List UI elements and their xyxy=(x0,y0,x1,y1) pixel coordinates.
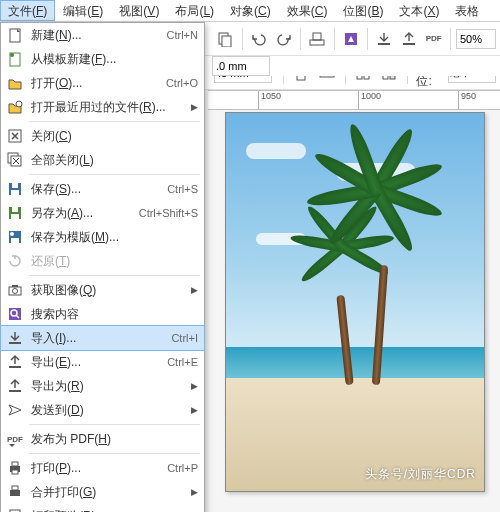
svg-point-28 xyxy=(10,232,14,236)
export-for-icon xyxy=(5,377,25,395)
dimension-2-input[interactable] xyxy=(212,56,270,76)
menu-item-label: 打开(O)... xyxy=(31,75,158,92)
new-tpl-icon xyxy=(5,50,25,68)
recent-icon xyxy=(5,98,25,116)
svg-rect-3 xyxy=(313,33,321,40)
svg-rect-39 xyxy=(12,462,18,466)
canvas-image[interactable]: 头条号/刘丽华CDR xyxy=(225,112,485,492)
menu-item-label: 关闭(C) xyxy=(31,128,198,145)
svg-rect-31 xyxy=(12,285,18,287)
menu-item-label: 打开最近用过的文件(R)... xyxy=(31,99,198,116)
svg-rect-21 xyxy=(12,183,18,188)
menu-item-label: 从模板新建(F)... xyxy=(31,51,198,68)
svg-rect-42 xyxy=(12,486,18,490)
copy-icon[interactable] xyxy=(214,26,237,52)
menu-item-print-merge[interactable]: 合并打印(G)▶ xyxy=(1,480,204,504)
menu-item-label: 还原(T) xyxy=(31,253,198,270)
menu-item-label: 发布为 PDF(H) xyxy=(31,431,198,448)
svg-rect-40 xyxy=(12,470,18,474)
menu-item-export-for[interactable]: 导出为(R)▶ xyxy=(1,374,204,398)
menu-视图[interactable]: 视图(V) xyxy=(111,0,167,21)
print-icon xyxy=(5,459,25,477)
svg-rect-24 xyxy=(12,207,18,212)
menu-item-new-tpl[interactable]: 从模板新建(F)... xyxy=(1,47,204,71)
search-tool-icon[interactable] xyxy=(306,26,329,52)
menu-item-export[interactable]: 导出(E)...Ctrl+E xyxy=(1,350,204,374)
menu-表格[interactable]: 表格 xyxy=(447,0,487,21)
menu-item-label: 获取图像(Q) xyxy=(31,282,198,299)
pdf-icon: PDF xyxy=(5,430,25,448)
search-icon xyxy=(5,305,25,323)
save-icon xyxy=(5,180,25,198)
menu-item-save[interactable]: 保存(S)...Ctrl+S xyxy=(1,177,204,201)
menu-item-label: 另存为(A)... xyxy=(31,205,131,222)
menu-item-accel: Ctrl+E xyxy=(167,356,198,368)
menu-文件[interactable]: 文件(F) xyxy=(0,0,55,21)
menu-item-import[interactable]: 导入(I)...Ctrl+I xyxy=(1,326,204,350)
menu-item-accel: Ctrl+S xyxy=(167,183,198,195)
send-to-icon xyxy=(5,401,25,419)
menu-item-accel: Ctrl+O xyxy=(166,77,198,89)
menu-item-close[interactable]: 关闭(C) xyxy=(1,124,204,148)
save-tpl-icon xyxy=(5,228,25,246)
menu-item-accel: Ctrl+N xyxy=(167,29,198,41)
svg-rect-2 xyxy=(310,40,324,45)
menu-item-label: 新建(N)... xyxy=(31,27,159,44)
menu-item-print[interactable]: 打印(P)...Ctrl+P xyxy=(1,456,204,480)
svg-rect-35 xyxy=(9,366,21,368)
file-menu-dropdown: 新建(N)...Ctrl+N从模板新建(F)...打开(O)...Ctrl+O打… xyxy=(0,22,205,512)
menu-item-pdf[interactable]: PDF发布为 PDF(H) xyxy=(1,427,204,451)
menu-布局[interactable]: 布局(L) xyxy=(167,0,222,21)
undo-icon[interactable] xyxy=(248,26,271,52)
submenu-arrow-icon: ▶ xyxy=(191,285,198,295)
svg-rect-6 xyxy=(403,43,415,45)
menu-对象[interactable]: 对象(C) xyxy=(222,0,279,21)
svg-point-30 xyxy=(13,289,18,294)
menu-item-search[interactable]: 搜索内容 xyxy=(1,302,204,326)
save-as-icon xyxy=(5,204,25,222)
open-icon xyxy=(5,74,25,92)
menu-item-open[interactable]: 打开(O)...Ctrl+O xyxy=(1,71,204,95)
menu-文本[interactable]: 文本(X) xyxy=(391,0,447,21)
print-preview-icon xyxy=(5,507,25,512)
menu-item-print-preview[interactable]: 打印预览(R)... xyxy=(1,504,204,512)
menu-item-label: 打印预览(R)... xyxy=(31,508,198,513)
menu-item-send-to[interactable]: 发送到(D)▶ xyxy=(1,398,204,422)
svg-rect-1 xyxy=(222,36,231,47)
svg-point-15 xyxy=(10,53,14,57)
menu-item-close-all[interactable]: 全部关闭(L) xyxy=(1,148,204,172)
menu-item-label: 导出(E)... xyxy=(31,354,159,371)
menu-item-recent[interactable]: 打开最近用过的文件(R)...▶ xyxy=(1,95,204,119)
menu-item-save-tpl[interactable]: 保存为模版(M)... xyxy=(1,225,204,249)
acquire-icon xyxy=(5,281,25,299)
menu-item-accel: Ctrl+Shift+S xyxy=(139,207,198,219)
import-tool-icon[interactable] xyxy=(373,26,396,52)
revert-icon xyxy=(5,252,25,270)
menu-item-new[interactable]: 新建(N)...Ctrl+N xyxy=(1,23,204,47)
svg-rect-34 xyxy=(9,342,21,344)
menu-位图[interactable]: 位图(B) xyxy=(335,0,391,21)
new-icon xyxy=(5,26,25,44)
redo-icon[interactable] xyxy=(272,26,295,52)
menu-item-label: 搜索内容 xyxy=(31,306,198,323)
zoom-input[interactable] xyxy=(456,29,496,49)
watermark-text: 头条号/刘丽华CDR xyxy=(365,466,476,483)
import-icon xyxy=(5,329,25,347)
export-tool-icon[interactable] xyxy=(398,26,421,52)
pdf-tool-icon[interactable]: PDF xyxy=(422,26,445,52)
print-merge-icon xyxy=(5,483,25,501)
menu-编辑[interactable]: 编辑(E) xyxy=(55,0,111,21)
menu-item-accel: Ctrl+P xyxy=(167,462,198,474)
menu-item-revert: 还原(T) xyxy=(1,249,204,273)
menu-item-acquire[interactable]: 获取图像(Q)▶ xyxy=(1,278,204,302)
auto-shape-icon[interactable] xyxy=(339,26,362,52)
svg-text:PDF: PDF xyxy=(7,435,23,444)
svg-rect-25 xyxy=(11,214,19,219)
menu-item-accel: Ctrl+I xyxy=(171,332,198,344)
close-icon xyxy=(5,127,25,145)
export-icon xyxy=(5,353,25,371)
menu-效果[interactable]: 效果(C) xyxy=(279,0,336,21)
svg-rect-27 xyxy=(11,238,19,243)
submenu-arrow-icon: ▶ xyxy=(191,405,198,415)
menu-item-save-as[interactable]: 另存为(A)...Ctrl+Shift+S xyxy=(1,201,204,225)
